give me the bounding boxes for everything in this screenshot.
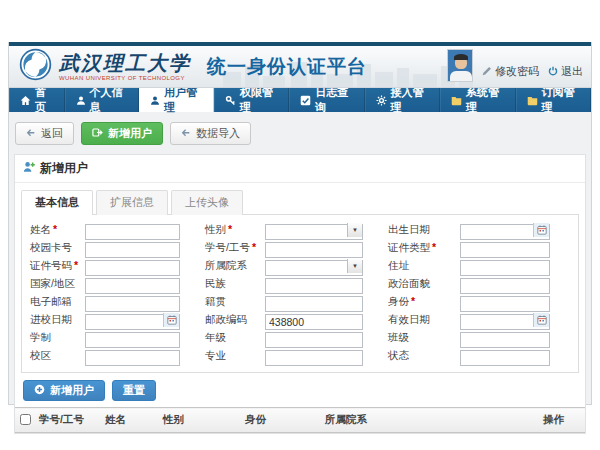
reset-button[interactable]: 重置 <box>112 380 156 401</box>
major-input[interactable] <box>265 350 363 366</box>
field-label-enroll-date: 进校日期 <box>30 313 85 327</box>
email-input[interactable] <box>85 296 180 312</box>
field-label-political-status: 政治面貌 <box>388 277 460 291</box>
form-tabs: 基本信息扩展信息上传头像 <box>21 190 579 214</box>
select-all-header <box>15 408 35 433</box>
panel-title: 新增用户 <box>40 160 88 177</box>
column-header-3: 身份 <box>241 408 321 433</box>
political-status-input[interactable] <box>460 278 550 294</box>
back-button[interactable]: 返回 <box>15 122 74 145</box>
power-icon <box>548 66 558 78</box>
field-label-campus: 校区 <box>30 349 85 363</box>
folder-icon <box>527 95 538 106</box>
field-native-place: 籍贯 <box>205 294 363 310</box>
field-valid-date: 有效日期 <box>388 312 550 328</box>
native-place-input[interactable] <box>265 296 363 312</box>
form-row: 证件号码*所属院系▼住址 <box>30 257 574 274</box>
field-label-gender: 性别* <box>205 223 265 237</box>
user-icon <box>150 95 160 106</box>
column-header-2: 性别 <box>159 408 241 433</box>
chevron-down-icon[interactable]: ▼ <box>347 259 362 273</box>
field-identity: 身份* <box>388 294 550 310</box>
select-all-checkbox[interactable] <box>20 414 31 425</box>
nav-item-profile[interactable]: 个人信息 <box>65 88 140 112</box>
tab-upload-avatar[interactable]: 上传头像 <box>171 190 243 215</box>
submit-add-user-button[interactable]: 新增用户 <box>23 380 105 401</box>
required-asterisk: * <box>252 241 256 253</box>
field-label-department: 所属院系 <box>205 259 265 273</box>
nav-item-user-management[interactable]: 用户管理 <box>139 88 214 112</box>
university-logo-icon <box>19 48 52 85</box>
nav-item-label: 接入管理 <box>391 85 429 115</box>
user-plus-icon <box>23 161 35 176</box>
tab-extended-info[interactable]: 扩展信息 <box>96 190 168 215</box>
form-row: 学制年级班级 <box>30 329 574 346</box>
status-input[interactable] <box>460 350 550 366</box>
panel-title-row: 新增用户 <box>15 155 585 183</box>
student-id-input[interactable] <box>265 242 363 258</box>
results-table: 学号/工号姓名性别身份所属院系操作 <box>15 407 585 433</box>
add-user-toolbar-button[interactable]: 新增用户 <box>81 122 163 145</box>
calendar-icon[interactable] <box>163 313 179 327</box>
nav-item-label: 系统管理 <box>466 85 504 115</box>
data-import-button[interactable]: 数据导入 <box>170 122 251 145</box>
nav-item-system-management[interactable]: 系统管理 <box>440 88 515 112</box>
field-postal-code: 邮政编码 <box>205 312 363 328</box>
calendar-icon[interactable] <box>533 313 549 327</box>
folder-icon <box>451 95 462 106</box>
main-nav: 首页个人信息用户管理权限管理日志查询接入管理系统管理订阅管理 <box>9 88 591 112</box>
nav-item-label: 日志查询 <box>315 85 353 115</box>
address-input[interactable] <box>460 260 550 276</box>
country-input[interactable] <box>85 278 180 294</box>
field-label-ethnicity: 民族 <box>205 277 265 291</box>
field-label-id-type: 证件类型* <box>388 241 460 255</box>
tab-basic-info[interactable]: 基本信息 <box>21 190 93 215</box>
campus-input[interactable] <box>85 350 180 366</box>
field-label-valid-date: 有效日期 <box>388 313 460 327</box>
field-label-country: 国家/地区 <box>30 277 85 291</box>
postal-code-input[interactable] <box>265 314 363 330</box>
field-email: 电子邮箱 <box>30 294 180 310</box>
field-class: 班级 <box>388 330 550 346</box>
key-icon <box>225 95 236 106</box>
ethnicity-input[interactable] <box>265 278 363 294</box>
column-header-1: 姓名 <box>101 408 159 433</box>
field-country: 国家/地区 <box>30 276 180 292</box>
grade-input[interactable] <box>265 332 363 348</box>
field-label-major: 专业 <box>205 349 265 363</box>
class-input[interactable] <box>460 332 550 348</box>
schooling-input[interactable] <box>85 332 180 348</box>
plus-circle-icon <box>34 384 45 397</box>
required-asterisk: * <box>228 223 232 235</box>
field-address: 住址 <box>388 258 550 274</box>
change-password-link[interactable]: 修改密码 <box>482 64 539 82</box>
id-type-input[interactable] <box>460 242 550 258</box>
logout-link[interactable]: 退出 <box>548 64 583 82</box>
field-label-email: 电子邮箱 <box>30 295 85 309</box>
results-header-row: 学号/工号姓名性别身份所属院系操作 <box>15 408 585 433</box>
campus-card-input[interactable] <box>85 242 180 258</box>
identity-input[interactable] <box>460 296 550 312</box>
name-input[interactable] <box>85 224 180 240</box>
field-label-student-id: 学号/工号* <box>205 241 265 255</box>
field-status: 状态 <box>388 348 550 364</box>
nav-item-permission-management[interactable]: 权限管理 <box>214 88 289 112</box>
field-label-address: 住址 <box>388 259 460 273</box>
platform-title: 统一身份认证平台 <box>207 54 367 80</box>
calendar-icon[interactable] <box>533 223 549 237</box>
field-label-class: 班级 <box>388 331 460 345</box>
nav-item-log-query[interactable]: 日志查询 <box>289 88 364 112</box>
field-label-schooling: 学制 <box>30 331 85 345</box>
field-name: 姓名* <box>30 222 180 238</box>
field-political-status: 政治面貌 <box>388 276 550 292</box>
field-department: 所属院系▼ <box>205 258 363 274</box>
id-number-input[interactable] <box>85 260 180 276</box>
nav-item-home[interactable]: 首页 <box>9 88 65 112</box>
nav-item-label: 个人信息 <box>90 85 129 115</box>
field-label-identity: 身份* <box>388 295 460 309</box>
chevron-down-icon[interactable]: ▼ <box>347 223 362 237</box>
required-asterisk: * <box>74 259 78 271</box>
nav-item-subscription-management[interactable]: 订阅管理 <box>516 88 591 112</box>
nav-item-access-management[interactable]: 接入管理 <box>365 88 440 112</box>
nav-item-label: 首页 <box>35 85 54 115</box>
